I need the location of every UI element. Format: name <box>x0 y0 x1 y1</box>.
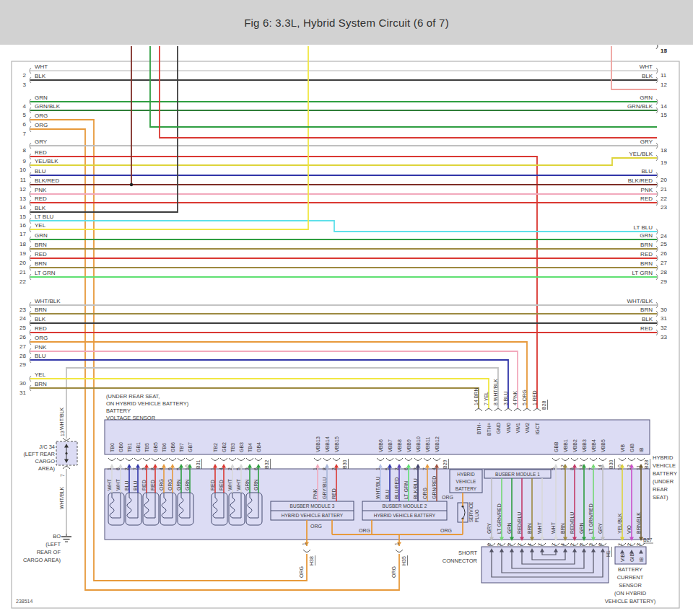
wire-YEL/BLK <box>30 158 657 165</box>
pin-number: 6 <box>253 467 258 470</box>
wire-color-label: WHT/BLU <box>375 477 380 500</box>
left-pin-number: 23 <box>19 307 26 313</box>
sensor-pin-name: IGCT <box>535 422 540 434</box>
wire-color-label: GRN <box>176 479 181 490</box>
wire-color-label: BRN <box>35 260 47 267</box>
sensor-pin-name: VBB1 <box>563 439 568 452</box>
right-pin-number: 11 <box>661 72 667 79</box>
jc34-pin-number: 7 <box>60 474 65 477</box>
connector-bracket <box>237 458 245 461</box>
wire-color-label: BLU <box>35 353 46 359</box>
wire-color-label: ORG <box>35 335 48 341</box>
connector-id: B27 <box>643 537 653 542</box>
left-pin-number: 15 <box>19 214 26 220</box>
sensor-pin-name: VBB8 <box>397 439 402 452</box>
sensor-pin-name: VBB15 <box>334 436 339 452</box>
right-pin-number: 15 <box>661 112 667 118</box>
wire-color-label: RED <box>640 325 653 332</box>
right-pin-number: 26 <box>661 250 667 257</box>
hybrid-battery-side-label: HYBRID <box>653 454 674 461</box>
voltage-sensor-caption: BATTERY <box>106 408 131 414</box>
left-pin-number: 29 <box>19 361 26 368</box>
connector-id: B29 <box>443 459 448 469</box>
left-pin-number: 14 <box>19 204 26 211</box>
wire-color-label: BRN <box>35 242 47 248</box>
hybrid-battery-side-label: BATTERY <box>653 470 677 477</box>
connector-bracket <box>433 458 440 461</box>
pin-number: 1 <box>394 542 399 545</box>
wire-color-label: GRN/BLK <box>35 103 61 110</box>
connector-bracket <box>523 409 531 412</box>
connector-bracket <box>229 458 236 461</box>
pin-number: 1 <box>313 467 318 470</box>
wire-color-label: GRN/BLK <box>627 103 653 110</box>
sensor-pin-name: VIB <box>620 444 625 452</box>
voltage-sensor-caption: ON HYBRID VEHICLE BATTERY) <box>106 400 189 407</box>
wire-color-label: BLU <box>385 489 390 499</box>
short-connector-label: CONNECTOR <box>443 558 478 564</box>
pin-number: 1 <box>107 467 112 470</box>
left-pin-number: 8 <box>23 147 27 154</box>
wire-color-label: GRN <box>579 522 584 534</box>
current-sensor-caption: CURRENT <box>617 574 644 581</box>
wire-color-label: BRN <box>640 242 653 248</box>
arrowhead <box>179 464 183 468</box>
wire-color-label: GRN <box>185 479 190 490</box>
arrowhead <box>425 464 430 468</box>
jc34-label: J/C 34 <box>39 444 55 450</box>
wire-color-label: RED <box>35 251 47 258</box>
sensor-pin-name: VBB6 <box>378 439 383 452</box>
service-plug-label: SERVICE <box>468 501 474 522</box>
sensor-pin-name: BTH- <box>476 422 481 434</box>
left-pin-number: 16 <box>19 222 26 229</box>
wire-color-label: YEL/BLK <box>35 158 58 164</box>
wire-color-label: BLK/RED <box>628 177 653 184</box>
wire-color-label: PNK <box>35 187 47 193</box>
right-pin-number: 24 <box>661 233 667 239</box>
wire-color-label: BLU <box>35 168 46 175</box>
connector-id: B30 <box>609 459 614 469</box>
connector-bracket <box>628 458 635 461</box>
arrowhead <box>153 464 157 468</box>
connector-id: H38 <box>309 556 314 566</box>
connector-bracket <box>590 458 597 461</box>
jc34-label: (LEFT REAR <box>23 451 55 457</box>
voltage-sensor-caption: VOLTAGE SENSOR <box>106 415 156 421</box>
wire-color-label: RED <box>141 480 147 490</box>
wire-color-label: ORG <box>442 495 453 500</box>
sensor-pin-name: GND <box>496 423 501 434</box>
left-pin-number: 24 <box>19 315 26 322</box>
pin-number: 2 <box>394 467 399 470</box>
sensor-pin-name: BTH+ <box>487 423 492 436</box>
pin-number: 6 <box>116 467 121 470</box>
wire-color-label: GRN <box>245 479 250 490</box>
connector-bracket <box>405 458 412 461</box>
right-pin-number: 29 <box>661 278 667 285</box>
connector-bracket <box>396 550 403 553</box>
arrowhead <box>315 464 320 468</box>
voltage-sensor-caption: (UNDER REAR SEAT, <box>106 393 160 400</box>
wire-color-label: BLK <box>642 73 653 79</box>
pin-number-and-wire: 4 PNK <box>513 390 518 405</box>
arrowhead <box>118 464 123 468</box>
wire-color-label: BLK <box>35 73 46 79</box>
sensor-pin-name: TB7 <box>179 443 184 452</box>
sensor-pin-name: GB6 <box>170 442 175 452</box>
sensor-pin-name: GBB <box>554 441 559 452</box>
wire-color-label: GRY <box>598 523 603 534</box>
wire-color-label: YEL <box>35 371 46 378</box>
wire-color-label: ORG <box>422 488 427 499</box>
arrowhead <box>248 464 252 468</box>
wire-color-label: LT BLU <box>634 224 653 231</box>
wire-color-label: BLU/RED <box>394 478 399 499</box>
wire-color-label: BLK <box>642 316 653 322</box>
diagram-canvas: 238514(UNDER REAR SEAT,ON HYBRID VEHICLE… <box>0 45 693 616</box>
left-pin-number: 2 <box>23 72 27 79</box>
left-pin-number: 3 <box>23 82 27 88</box>
wire-BRN <box>30 388 479 408</box>
sensor-pin-name: VM2 <box>525 423 530 434</box>
arrowhead <box>378 464 383 468</box>
connector-bracket <box>386 458 393 461</box>
left-pin-number: 4 <box>23 103 27 110</box>
pin-number-and-wire: 7 YEL <box>484 392 489 405</box>
